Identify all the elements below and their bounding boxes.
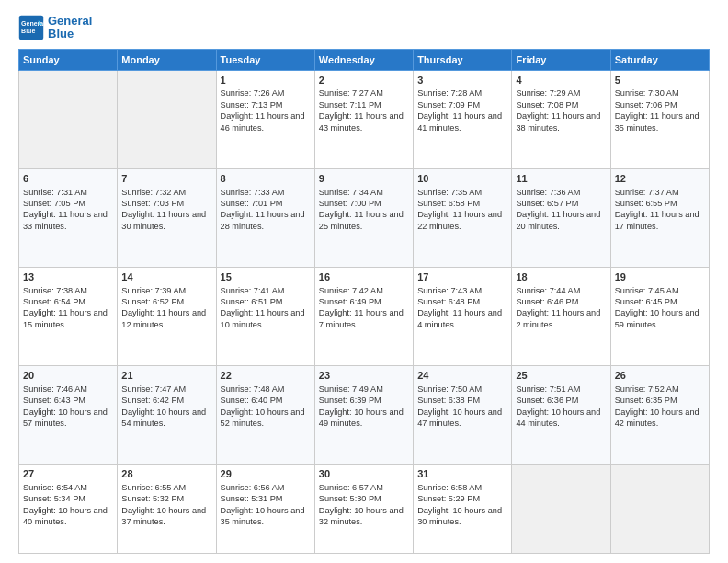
day-number: 20 — [23, 369, 113, 383]
calendar-cell: 19Sunrise: 7:45 AMSunset: 6:45 PMDayligh… — [610, 267, 709, 365]
calendar-cell: 18Sunrise: 7:44 AMSunset: 6:46 PMDayligh… — [512, 267, 610, 365]
sunset-text: Sunset: 5:30 PM — [319, 493, 409, 504]
sunrise-text: Sunrise: 7:42 AM — [319, 285, 409, 296]
sunset-text: Sunset: 6:55 PM — [615, 198, 705, 209]
sunrise-text: Sunrise: 7:45 AM — [615, 285, 705, 296]
sunrise-text: Sunrise: 7:41 AM — [221, 285, 311, 296]
day-number: 27 — [23, 467, 113, 481]
sunset-text: Sunset: 6:43 PM — [23, 395, 113, 406]
sunset-text: Sunset: 7:11 PM — [319, 99, 409, 110]
daylight-text: Daylight: 11 hours and 30 minutes. — [121, 209, 211, 232]
day-number: 23 — [319, 369, 409, 383]
sunrise-text: Sunrise: 7:29 AM — [516, 87, 606, 98]
week-row-3: 13Sunrise: 7:38 AMSunset: 6:54 PMDayligh… — [19, 267, 710, 365]
day-number: 14 — [121, 270, 211, 284]
daylight-text: Daylight: 11 hours and 7 minutes. — [319, 307, 409, 330]
daylight-text: Daylight: 11 hours and 35 minutes. — [615, 110, 705, 133]
calendar-cell: 7Sunrise: 7:32 AMSunset: 7:03 PMDaylight… — [118, 168, 216, 267]
day-number: 8 — [221, 172, 311, 186]
calendar-cell: 3Sunrise: 7:28 AMSunset: 7:09 PMDaylight… — [414, 70, 512, 168]
daylight-text: Daylight: 10 hours and 57 minutes. — [23, 407, 113, 430]
sunrise-text: Sunrise: 7:34 AM — [319, 187, 409, 198]
day-number: 6 — [23, 172, 113, 186]
sunrise-text: Sunrise: 7:50 AM — [417, 384, 507, 395]
daylight-text: Daylight: 10 hours and 59 minutes. — [615, 307, 705, 330]
daylight-text: Daylight: 11 hours and 20 minutes. — [516, 209, 606, 232]
daylight-text: Daylight: 11 hours and 12 minutes. — [121, 307, 211, 330]
daylight-text: Daylight: 10 hours and 40 minutes. — [23, 505, 113, 528]
calendar-cell: 4Sunrise: 7:29 AMSunset: 7:08 PMDaylight… — [512, 70, 610, 168]
sunrise-text: Sunrise: 7:52 AM — [615, 384, 705, 395]
sunrise-text: Sunrise: 7:39 AM — [121, 285, 211, 296]
sunset-text: Sunset: 6:38 PM — [417, 395, 507, 406]
sunrise-text: Sunrise: 7:43 AM — [417, 285, 507, 296]
sunset-text: Sunset: 6:52 PM — [121, 296, 211, 307]
weekday-header-tuesday: Tuesday — [216, 49, 314, 70]
header: General Blue General Blue — [18, 15, 710, 41]
sunrise-text: Sunrise: 7:27 AM — [319, 87, 409, 98]
calendar-cell: 11Sunrise: 7:36 AMSunset: 6:57 PMDayligh… — [512, 168, 610, 267]
calendar-cell: 22Sunrise: 7:48 AMSunset: 6:40 PMDayligh… — [216, 365, 314, 464]
sunset-text: Sunset: 6:51 PM — [221, 296, 311, 307]
day-number: 2 — [319, 74, 409, 87]
sunrise-text: Sunrise: 6:58 AM — [417, 482, 507, 493]
calendar-cell: 24Sunrise: 7:50 AMSunset: 6:38 PMDayligh… — [414, 365, 512, 464]
day-number: 7 — [121, 172, 211, 186]
sunset-text: Sunset: 6:58 PM — [417, 198, 507, 209]
sunset-text: Sunset: 7:01 PM — [221, 198, 311, 209]
daylight-text: Daylight: 11 hours and 41 minutes. — [417, 110, 507, 133]
sunrise-text: Sunrise: 7:47 AM — [121, 384, 211, 395]
sunrise-text: Sunrise: 7:38 AM — [23, 285, 113, 296]
sunrise-text: Sunrise: 7:33 AM — [221, 187, 311, 198]
sunrise-text: Sunrise: 7:49 AM — [319, 384, 409, 395]
page: General Blue General Blue SundayMondayTu… — [0, 0, 728, 563]
calendar-cell: 27Sunrise: 6:54 AMSunset: 5:34 PMDayligh… — [19, 464, 118, 553]
weekday-header-wednesday: Wednesday — [314, 49, 413, 70]
daylight-text: Daylight: 11 hours and 25 minutes. — [319, 209, 409, 232]
calendar-cell: 21Sunrise: 7:47 AMSunset: 6:42 PMDayligh… — [118, 365, 216, 464]
sunrise-text: Sunrise: 7:30 AM — [615, 87, 705, 98]
calendar-cell: 8Sunrise: 7:33 AMSunset: 7:01 PMDaylight… — [216, 168, 314, 267]
weekday-header-saturday: Saturday — [610, 49, 709, 70]
day-number: 19 — [615, 270, 705, 284]
sunrise-text: Sunrise: 7:46 AM — [23, 384, 113, 395]
day-number: 10 — [417, 172, 507, 186]
sunrise-text: Sunrise: 7:31 AM — [23, 187, 113, 198]
sunset-text: Sunset: 6:39 PM — [319, 395, 409, 406]
sunrise-text: Sunrise: 7:28 AM — [417, 87, 507, 98]
day-number: 22 — [221, 369, 311, 383]
sunset-text: Sunset: 6:46 PM — [516, 296, 606, 307]
calendar-cell: 14Sunrise: 7:39 AMSunset: 6:52 PMDayligh… — [118, 267, 216, 365]
daylight-text: Daylight: 10 hours and 30 minutes. — [417, 505, 507, 528]
calendar-cell: 10Sunrise: 7:35 AMSunset: 6:58 PMDayligh… — [414, 168, 512, 267]
sunset-text: Sunset: 5:32 PM — [121, 493, 211, 504]
day-number: 31 — [417, 467, 507, 481]
sunrise-text: Sunrise: 6:57 AM — [319, 482, 409, 493]
sunset-text: Sunset: 5:29 PM — [417, 493, 507, 504]
day-number: 30 — [319, 467, 409, 481]
sunset-text: Sunset: 6:40 PM — [221, 395, 311, 406]
daylight-text: Daylight: 10 hours and 54 minutes. — [121, 407, 211, 430]
calendar-cell — [512, 464, 610, 553]
day-number: 24 — [417, 369, 507, 383]
sunset-text: Sunset: 6:36 PM — [516, 395, 606, 406]
daylight-text: Daylight: 11 hours and 33 minutes. — [23, 209, 113, 232]
calendar-cell: 12Sunrise: 7:37 AMSunset: 6:55 PMDayligh… — [610, 168, 709, 267]
weekday-header-thursday: Thursday — [414, 49, 512, 70]
calendar-cell: 15Sunrise: 7:41 AMSunset: 6:51 PMDayligh… — [216, 267, 314, 365]
calendar-cell: 2Sunrise: 7:27 AMSunset: 7:11 PMDaylight… — [314, 70, 413, 168]
sunrise-text: Sunrise: 7:44 AM — [516, 285, 606, 296]
week-row-2: 6Sunrise: 7:31 AMSunset: 7:05 PMDaylight… — [19, 168, 710, 267]
day-number: 16 — [319, 270, 409, 284]
sunset-text: Sunset: 5:31 PM — [221, 493, 311, 504]
daylight-text: Daylight: 11 hours and 15 minutes. — [23, 307, 113, 330]
week-row-1: 1Sunrise: 7:26 AMSunset: 7:13 PMDaylight… — [19, 70, 710, 168]
sunset-text: Sunset: 7:09 PM — [417, 99, 507, 110]
calendar-table: SundayMondayTuesdayWednesdayThursdayFrid… — [18, 49, 710, 554]
calendar-cell: 1Sunrise: 7:26 AMSunset: 7:13 PMDaylight… — [216, 70, 314, 168]
daylight-text: Daylight: 11 hours and 22 minutes. — [417, 209, 507, 232]
day-number: 12 — [615, 172, 705, 186]
logo-icon: General Blue — [18, 15, 44, 40]
sunrise-text: Sunrise: 7:37 AM — [615, 187, 705, 198]
day-number: 4 — [516, 74, 606, 87]
